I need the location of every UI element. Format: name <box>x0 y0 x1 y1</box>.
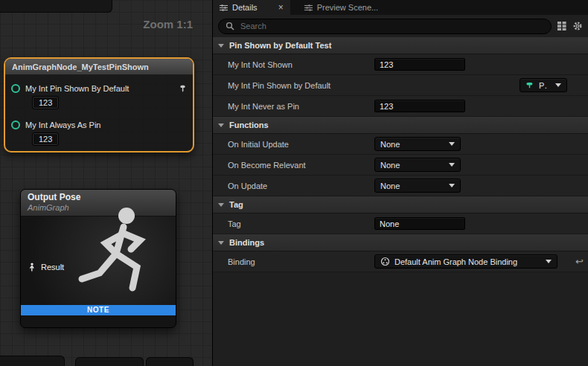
tab-details[interactable]: Details × <box>213 0 290 15</box>
my-int-never-as-pin-input[interactable] <box>374 100 465 112</box>
pose-pin-icon <box>28 263 36 272</box>
category-title: Bindings <box>229 238 264 247</box>
property-label: On Initial Update <box>213 140 373 149</box>
binding-dropdown[interactable]: Default Anim Graph Node Binding <box>374 254 557 269</box>
dropdown-value: None <box>380 182 441 190</box>
property-row: Binding Default Anim Graph Node Binding … <box>213 251 588 272</box>
category-title: Tag <box>229 200 243 209</box>
zoom-level-label: Zoom 1:1 <box>143 18 193 30</box>
node-title-bar[interactable]: AnimGraphNode_MyTestPinShown <box>5 59 193 75</box>
property-row: Tag <box>213 214 588 234</box>
property-row: On Become Relevant None <box>213 155 588 176</box>
property-label: Binding <box>213 257 373 266</box>
pin-label: My Int Always As Pin <box>25 121 100 129</box>
pin-row: My Int Pin Shown By Default <box>11 84 187 93</box>
pin-row: My Int Always As Pin <box>11 121 187 129</box>
output-node-body: Result NOTE <box>21 216 176 315</box>
pushpin-icon[interactable] <box>179 85 187 93</box>
chevron-down-icon <box>218 203 224 207</box>
data-pin-icon[interactable] <box>11 84 20 93</box>
chevron-down-icon <box>218 123 224 127</box>
property-label: Tag <box>213 219 373 228</box>
on-initial-update-dropdown[interactable]: None <box>374 137 461 151</box>
anim-graph-canvas[interactable]: Zoom 1:1 AnimGraphNode_MyTestPinShown My… <box>0 0 212 366</box>
node-body: My Int Pin Shown By Default 123 My Int A… <box>5 75 193 151</box>
category-pin-shown-by-default-test[interactable]: Pin Shown by Default Test <box>213 37 588 54</box>
search-input[interactable] <box>239 21 544 31</box>
property-row: My Int Never as Pin <box>213 96 588 117</box>
search-box[interactable] <box>218 19 552 34</box>
property-row: My Int Pin Shown by Default Pin <box>213 75 588 96</box>
property-label: My Int Never as Pin <box>213 102 373 111</box>
details-toolbar <box>213 15 588 37</box>
unreal-editor-window: Zoom 1:1 AnimGraphNode_MyTestPinShown My… <box>0 0 588 366</box>
tab-label: Preview Scene... <box>317 3 379 12</box>
reset-to-default-icon[interactable]: ↩ <box>575 257 584 266</box>
my-int-not-shown-input[interactable] <box>374 58 465 71</box>
property-row: My Int Not Shown <box>213 54 588 75</box>
chevron-down-icon <box>218 241 224 245</box>
pin-value-box[interactable]: 123 <box>33 97 58 109</box>
chevron-down-icon <box>218 44 224 48</box>
pin-value-box[interactable]: 123 <box>33 133 58 145</box>
dropdown-value: None <box>380 140 441 149</box>
close-tab-icon[interactable]: × <box>278 3 284 12</box>
binding-icon <box>380 257 390 266</box>
chevron-down-icon <box>449 163 455 167</box>
result-pin-row[interactable]: Result <box>28 263 64 272</box>
property-label: On Become Relevant <box>213 161 373 170</box>
on-update-dropdown[interactable]: None <box>374 179 461 193</box>
dropdown-value: Default Anim Graph Node Binding <box>394 257 538 266</box>
category-bindings[interactable]: Bindings <box>213 234 588 251</box>
property-label: My Int Not Shown <box>213 60 373 69</box>
tab-preview-scene[interactable]: Preview Scene... <box>298 0 386 15</box>
dropdown-value: None <box>380 161 441 170</box>
property-row: On Update None <box>213 176 588 196</box>
chevron-down-icon <box>555 83 561 87</box>
category-title: Pin Shown by Default Test <box>229 41 331 50</box>
anim-graph-node-selected[interactable]: AnimGraphNode_MyTestPinShown My Int Pin … <box>4 57 194 152</box>
output-node-title: Output Pose <box>28 192 169 202</box>
pin-label: My Int Pin Shown By Default <box>25 84 129 93</box>
chevron-down-icon <box>449 142 455 146</box>
chevron-down-icon <box>546 260 552 263</box>
note-banner: NOTE <box>21 305 176 315</box>
category-title: Functions <box>229 121 269 129</box>
on-become-relevant-dropdown[interactable]: None <box>374 158 461 172</box>
partial-node-bottom[interactable] <box>75 357 144 366</box>
property-label: My Int Pin Shown by Default <box>213 81 373 90</box>
result-pin-label: Result <box>41 263 64 272</box>
chevron-down-icon <box>449 184 455 187</box>
property-label: On Update <box>213 182 373 190</box>
dropdown-value: Pin <box>539 81 548 90</box>
tab-label: Details <box>232 3 258 12</box>
property-list: Pin Shown by Default Test My Int Not Sho… <box>213 37 588 366</box>
output-pose-node[interactable]: Output Pose AnimGraph <box>20 189 176 328</box>
panel-tab-bar: Details × Preview Scene... <box>213 0 588 15</box>
category-tag[interactable]: Tag <box>213 196 588 214</box>
pin-visibility-dropdown[interactable]: Pin <box>520 78 567 92</box>
node-title: AnimGraphNode_MyTestPinShown <box>12 62 149 71</box>
partial-node-bottom[interactable] <box>0 356 65 366</box>
settings-gear-icon[interactable] <box>572 21 583 31</box>
details-panel: Details × Preview Scene... <box>212 0 588 366</box>
data-pin-icon[interactable] <box>11 121 20 129</box>
property-matrix-icon[interactable] <box>557 22 566 30</box>
tag-input[interactable] <box>374 217 465 230</box>
mannequin-image <box>70 202 167 313</box>
details-tab-icon <box>220 4 228 12</box>
search-icon <box>226 22 234 30</box>
category-functions[interactable]: Functions <box>213 117 588 134</box>
property-row: On Initial Update None <box>213 134 588 155</box>
partial-node-bottom[interactable] <box>146 357 194 366</box>
pin-icon <box>525 81 534 90</box>
preview-tab-icon <box>304 4 313 12</box>
partial-node-top[interactable] <box>0 0 112 13</box>
